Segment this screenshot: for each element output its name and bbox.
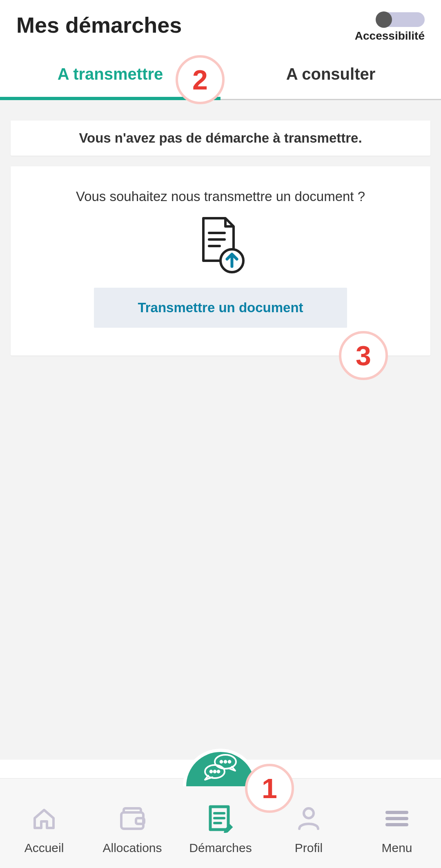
transmit-document-button[interactable]: Transmettre un document [94,288,347,328]
tab-a-consulter[interactable]: A consulter [220,47,441,99]
nav-label: Accueil [24,841,64,855]
nav-item-menu[interactable]: Menu [353,779,441,868]
page-title: Mes démarches [16,12,182,38]
profile-icon [295,803,322,834]
menu-icon [385,803,409,834]
tab-label: A consulter [286,65,376,83]
chat-bubbles-icon [203,753,238,783]
accessibility-label: Accessibilité [355,29,425,43]
tab-label: A transmettre [58,65,163,83]
svg-rect-12 [121,812,143,829]
svg-point-6 [225,761,227,763]
svg-point-9 [210,771,212,773]
page-header: Mes démarches Accessibilité [0,0,441,47]
nav-item-allocations[interactable]: Allocations [88,779,176,868]
upload-card: Vous souhaitez nous transmettre un docum… [11,166,430,356]
callout-2: 2 [176,55,225,104]
svg-rect-13 [136,818,144,824]
wallet-icon [118,803,147,834]
svg-point-10 [214,771,216,773]
nav-label: Démarches [189,841,252,855]
nav-label: Allocations [102,841,162,855]
nav-item-accueil[interactable]: Accueil [0,779,88,868]
document-edit-icon [206,803,235,834]
upload-prompt: Vous souhaitez nous transmettre un docum… [35,189,406,204]
nav-label: Menu [381,841,412,855]
empty-state-text: Vous n'avez pas de démarche à transmettr… [79,130,362,145]
svg-point-11 [218,771,220,773]
callout-1: 1 [245,764,294,813]
nav-label: Profil [295,841,323,855]
toggle-knob [376,11,392,28]
svg-point-7 [229,761,231,763]
accessibility-block: Accessibilité [355,12,425,43]
empty-state-card: Vous n'avez pas de démarche à transmettr… [11,121,430,156]
document-upload-icon [196,217,245,275]
bottom-nav: Accueil Allocations Démarches [0,778,441,868]
content-area: Vous n'avez pas de démarche à transmettr… [0,100,441,760]
svg-point-18 [304,808,314,818]
accessibility-toggle[interactable] [376,12,425,27]
home-icon [31,803,58,834]
svg-point-5 [220,761,223,763]
callout-3: 3 [339,331,388,380]
